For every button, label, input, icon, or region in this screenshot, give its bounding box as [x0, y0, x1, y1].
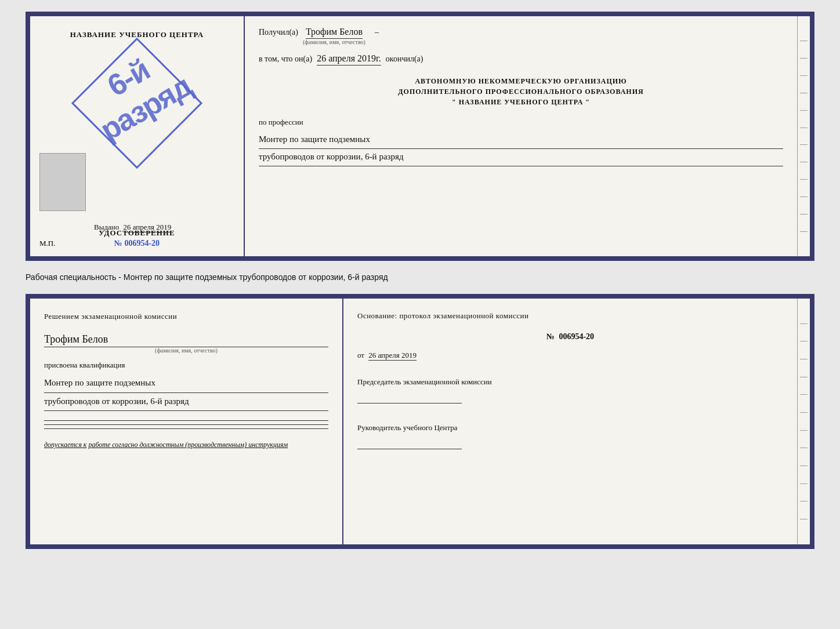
ot-date-block: от 26 апреля 2019: [357, 351, 783, 360]
side-line: [800, 448, 808, 448]
side-line: [800, 394, 808, 395]
org-line3: " НАЗВАНИЕ УЧЕБНОГО ЦЕНТРА ": [259, 97, 783, 107]
side-line: [800, 359, 808, 359]
side-line: [800, 144, 808, 145]
vydano-row: Выдано 26 апреля 2019: [94, 223, 171, 232]
допускается-label: допускается к: [44, 441, 86, 449]
poluchil-sub: (фамилия, имя, отчество): [303, 39, 365, 45]
side-line: [800, 110, 808, 111]
cert-bottom-left-panel: Решением экзаменационной комиссии Трофим…: [30, 299, 343, 544]
top-certificate: НАЗВАНИЕ УЧЕБНОГО ЦЕНТРА 6-йразряд УДОСТ…: [26, 12, 814, 261]
side-line: [800, 214, 808, 214]
side-line: [800, 519, 808, 519]
num-label: №: [546, 332, 555, 341]
ot-date: 26 апреля 2019: [368, 351, 417, 361]
udost-num-prefix: №: [114, 239, 125, 248]
side-line: [800, 323, 808, 324]
vtom-row: в том, что он(а) 26 апреля 2019г. окончи…: [259, 53, 783, 66]
side-line: [800, 41, 808, 41]
side-line: [800, 128, 808, 128]
bottom-name: Трофим Белов: [44, 333, 328, 347]
ruk-label: Руководитель учебного Центра: [357, 423, 783, 432]
stamp-diamond: 6-йразряд: [79, 45, 195, 161]
qual-line1: Монтер по защите подземных: [44, 375, 328, 393]
ot-label: от: [357, 351, 364, 359]
udost-num: № 006954-20: [114, 239, 160, 248]
line2: [44, 424, 328, 425]
side-line: [800, 466, 808, 466]
side-line: [800, 412, 808, 413]
bottom-certificate: Решением экзаменационной комиссии Трофим…: [26, 294, 814, 549]
допускается-text: работе согласно должностным (производств…: [88, 441, 288, 449]
side-line: [800, 483, 808, 484]
dash1: –: [375, 28, 379, 37]
line1: [44, 420, 328, 421]
side-line: [800, 93, 808, 93]
assigned-label: присвоена квалификация: [44, 361, 328, 370]
bottom-name-sub: (фамилия, имя, отчество): [44, 347, 328, 354]
subtitle-text: Рабочая специальность - Монтер по защите…: [26, 271, 814, 283]
poluchil-label: Получил(а): [259, 28, 298, 37]
vtom-date: 26 апреля 2019г.: [317, 53, 381, 66]
osnov-label: Основание: протокол экзаменационной коми…: [357, 311, 783, 321]
side-line: [800, 179, 808, 180]
poluchil-name: Трофим Белов: [306, 27, 363, 39]
side-line: [800, 231, 808, 232]
side-line: [800, 430, 808, 431]
side-line: [800, 341, 808, 341]
profession-block: Монтер по защите подземных трубопроводов…: [259, 132, 783, 166]
pred-block: Председатель экзаменационной комиссии: [357, 377, 783, 403]
side-line: [800, 75, 808, 76]
poluchil-row: Получил(а) Трофим Белов (фамилия, имя, о…: [259, 27, 783, 45]
ruk-block: Руководитель учебного Центра: [357, 423, 783, 449]
side-line: [800, 162, 808, 162]
допускается-block: допускается к работе согласно должностны…: [44, 441, 328, 449]
ruk-sig-line: [357, 449, 462, 449]
po-professii-label: по профессии: [259, 118, 783, 127]
bottom-qual-block: Монтер по защите подземных трубопроводов…: [44, 375, 328, 411]
qual-line2: трубопроводов от коррозии, 6-й разряд: [44, 393, 328, 412]
mp-label: М.П.: [39, 239, 55, 248]
bottom-side-decorative-lines: [797, 299, 810, 544]
bottom-lines-block: [44, 420, 328, 429]
num-block: № 006954-20: [357, 332, 783, 341]
vtom-label: в том, что он(а): [259, 54, 312, 64]
org-line2: ДОПОЛНИТЕЛЬНОГО ПРОФЕССИОНАЛЬНОГО ОБРАЗО…: [259, 86, 783, 97]
photo-placeholder: [39, 153, 86, 211]
udost-num-value: 006954-20: [124, 239, 160, 248]
side-line: [800, 377, 808, 377]
bottom-name-block: Трофим Белов (фамилия, имя, отчество): [44, 330, 328, 354]
line3: [44, 428, 328, 429]
side-line: [800, 58, 808, 59]
pred-label: Председатель экзаменационной комиссии: [357, 377, 783, 387]
profession-line2: трубопроводов от коррозии, 6-й разряд: [259, 149, 783, 166]
cert-right-panel: Получил(а) Трофим Белов (фамилия, имя, о…: [245, 16, 797, 256]
org-line1: АВТОНОМНУЮ НЕКОММЕРЧЕСКУЮ ОРГАНИЗАЦИЮ: [259, 76, 783, 86]
side-line: [800, 197, 808, 197]
side-line: [800, 501, 808, 501]
org-block: АВТОНОМНУЮ НЕКОММЕРЧЕСКУЮ ОРГАНИЗАЦИЮ ДО…: [259, 76, 783, 107]
vydano-date: 26 апреля 2019: [124, 223, 172, 232]
profession-line1: Монтер по защите подземных: [259, 132, 783, 149]
side-decorative-lines: [797, 16, 810, 256]
bottom-left-title: Решением экзаменационной комиссии: [44, 311, 328, 322]
okончил-label: окончил(а): [386, 54, 423, 64]
pred-sig-line: [357, 403, 462, 403]
num-value: 006954-20: [559, 332, 594, 341]
cert-left-panel: НАЗВАНИЕ УЧЕБНОГО ЦЕНТРА 6-йразряд УДОСТ…: [30, 16, 245, 256]
cert-bottom-right-panel: Основание: протокол экзаменационной коми…: [343, 299, 797, 544]
vydano-label: Выдано: [94, 223, 119, 231]
